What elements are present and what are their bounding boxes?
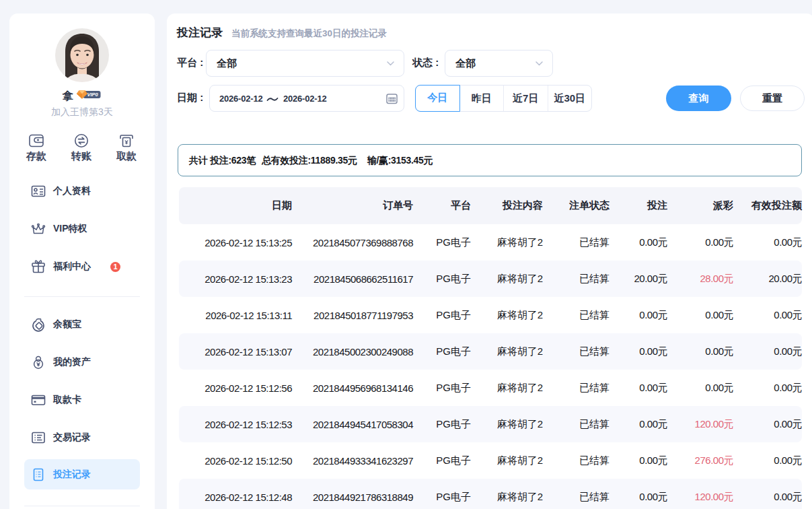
svg-text:VIP0: VIP0 <box>87 92 99 98</box>
